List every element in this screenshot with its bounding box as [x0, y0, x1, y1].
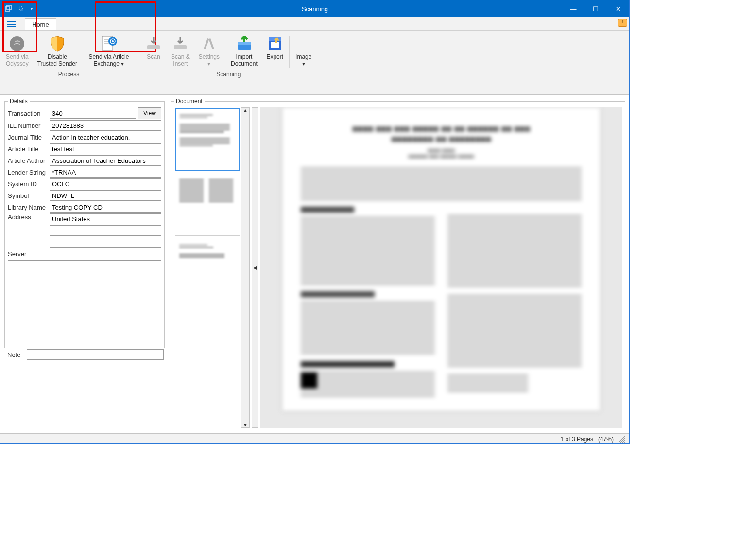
transaction-input[interactable] — [50, 108, 136, 119]
svg-point-8 — [112, 40, 114, 42]
view-button[interactable]: View — [138, 107, 161, 119]
send-via-odyssey-button[interactable]: Send via Odyssey — [1, 33, 33, 70]
article-author-label: Article Author — [8, 157, 50, 164]
ribbon-separator-2 — [225, 36, 225, 68]
server-label: Server — [8, 250, 50, 258]
thumbnail-scrollbar[interactable]: ▲ ▼ — [241, 107, 250, 428]
address-input-3[interactable] — [50, 237, 161, 248]
ill-number-input[interactable] — [50, 120, 161, 131]
export-button[interactable]: Export — [262, 33, 288, 70]
document-panel: Document — [169, 95, 629, 433]
image-label: Image ▾ — [295, 53, 311, 68]
note-input[interactable] — [27, 349, 164, 360]
ribbon-separator — [138, 34, 138, 84]
thumbnail-page-2[interactable] — [175, 174, 240, 236]
title-bar: ▾ Scanning — ☐ ✕ — [0, 0, 629, 17]
odyssey-icon — [8, 35, 26, 53]
minimize-button[interactable]: — — [562, 0, 584, 17]
scan-button[interactable]: Scan — [140, 33, 167, 70]
resize-grip-icon[interactable] — [619, 436, 625, 443]
group-name-scanning: Scanning — [140, 70, 317, 80]
server-input[interactable] — [50, 249, 161, 259]
svg-rect-0 — [5, 7, 10, 11]
document-preview[interactable]: ■■■■ ■■■ ■■■ ■■■■■ ■■ ■■ ■■■■■■ ■■ ■■■■■… — [260, 107, 622, 428]
disable-trusted-sender-button[interactable]: Disable Trusted Sender — [33, 33, 82, 70]
scroll-up-icon[interactable]: ▲ — [243, 108, 248, 113]
image-button[interactable]: Image ▾ — [291, 33, 317, 70]
import-icon — [235, 35, 253, 53]
send-via-article-exchange-button[interactable]: Send via Article Exchange ▾ — [82, 33, 136, 70]
settings-label: Settings ▾ — [199, 53, 220, 68]
window-controls: — ☐ ✕ — [562, 0, 629, 17]
tab-home[interactable]: Home — [25, 18, 56, 30]
refresh-icon[interactable] — [16, 4, 26, 14]
settings-button[interactable]: Settings ▾ — [194, 33, 224, 70]
svg-rect-10 — [174, 45, 187, 49]
scroll-down-icon[interactable]: ▼ — [243, 423, 248, 427]
details-textarea[interactable] — [8, 260, 161, 343]
send-via-article-exchange-label: Send via Article Exchange ▾ — [89, 53, 129, 68]
group-name-process: Process — [1, 70, 136, 80]
qat-customize-icon[interactable]: ▾ — [29, 7, 34, 11]
svg-rect-17 — [271, 42, 279, 48]
restore-window-icon[interactable] — [3, 4, 13, 14]
ribbon-group-process: Send via Odyssey Disable Trusted Sender … — [0, 31, 137, 94]
system-id-input[interactable] — [50, 178, 161, 189]
export-icon — [266, 35, 284, 53]
close-button[interactable]: ✕ — [607, 0, 629, 17]
app-menu-button[interactable] — [3, 18, 20, 30]
window-title: Scanning — [302, 5, 328, 13]
scan-icon — [145, 35, 162, 53]
address-input-1[interactable] — [50, 213, 161, 224]
ribbon: Send via Odyssey Disable Trusted Sender … — [0, 31, 629, 95]
details-legend: Details — [8, 98, 30, 105]
details-panel: Details Transaction View ILL Number Jour… — [0, 95, 169, 433]
thumbnail-page-1[interactable] — [175, 108, 240, 171]
address-input-2[interactable] — [50, 225, 161, 236]
scan-insert-button[interactable]: Scan & Insert — [167, 33, 194, 70]
svg-rect-1 — [7, 5, 11, 10]
import-document-label: Import Document — [231, 53, 258, 68]
article-author-input[interactable] — [50, 155, 161, 166]
lender-string-input[interactable] — [50, 167, 161, 178]
scan-label: Scan — [147, 53, 160, 60]
svg-rect-9 — [147, 45, 160, 49]
article-title-input[interactable] — [50, 143, 161, 154]
svg-rect-12 — [209, 38, 214, 49]
help-badge-icon[interactable]: ! — [618, 19, 627, 27]
main-content: Details Transaction View ILL Number Jour… — [0, 95, 629, 433]
document-fieldset: Document — [171, 98, 625, 431]
transaction-label: Transaction — [8, 110, 50, 117]
settings-icon — [200, 35, 218, 53]
thumbnail-page-3[interactable] — [175, 239, 240, 301]
export-label: Export — [266, 53, 283, 60]
ribbon-separator-3 — [289, 36, 290, 68]
details-fieldset: Details Transaction View ILL Number Jour… — [4, 98, 165, 348]
disable-trusted-sender-label: Disable Trusted Sender — [37, 53, 77, 68]
ribbon-tabs: Home — [0, 17, 629, 31]
import-document-button[interactable]: Import Document — [226, 33, 262, 70]
library-name-label: Library Name — [8, 204, 50, 211]
collapse-thumbnail-button[interactable]: ◀ — [252, 107, 258, 428]
status-pages: 1 of 3 Pages — [561, 436, 593, 443]
note-label: Note — [7, 351, 27, 358]
status-bar: 1 of 3 Pages (47%) — [0, 433, 629, 444]
send-via-odyssey-label: Send via Odyssey — [6, 53, 29, 68]
symbol-input[interactable] — [50, 190, 161, 201]
article-exchange-icon — [100, 35, 118, 53]
svg-rect-14 — [238, 42, 251, 45]
quick-access-toolbar: ▾ — [0, 4, 34, 14]
document-legend: Document — [174, 98, 205, 105]
thumbnail-list — [174, 107, 241, 428]
scan-insert-icon — [172, 35, 189, 53]
ribbon-group-scanning: Scan Scan & Insert Settings ▾ Import Doc — [139, 31, 318, 94]
maximize-button[interactable]: ☐ — [584, 0, 607, 17]
lender-string-label: Lender String — [8, 169, 50, 176]
status-zoom: (47%) — [598, 436, 614, 443]
journal-title-label: Journal Title — [8, 134, 50, 141]
journal-title-input[interactable] — [50, 132, 161, 142]
ill-number-label: ILL Number — [8, 122, 50, 129]
library-name-input[interactable] — [50, 202, 161, 213]
image-menu-icon — [295, 35, 312, 53]
scan-insert-label: Scan & Insert — [171, 53, 190, 68]
